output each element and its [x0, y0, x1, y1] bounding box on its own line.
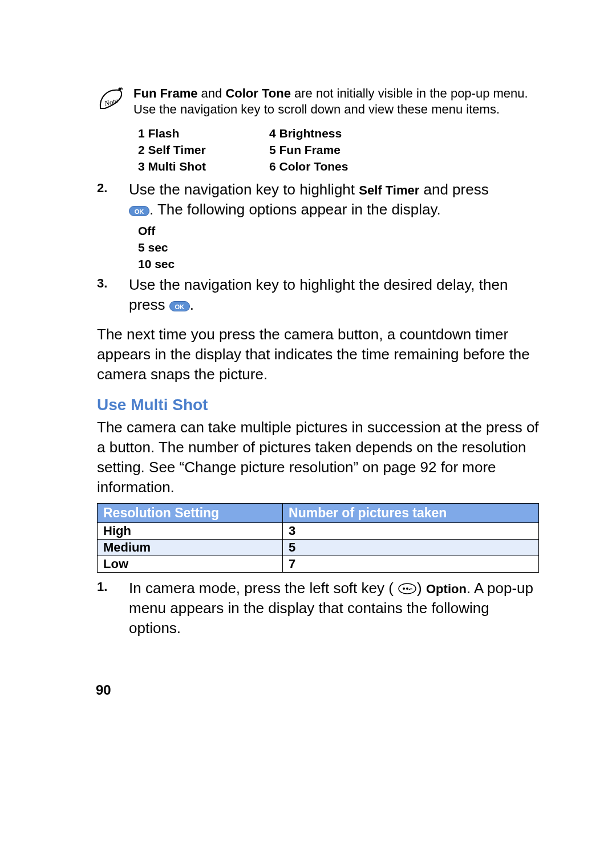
step-2: 2. Use the navigation key to highlight S…: [97, 180, 539, 220]
table-row: Low 7: [98, 556, 539, 573]
note-text: Fun Frame and Color Tone are not initial…: [133, 86, 539, 117]
text: ): [417, 580, 426, 597]
section-heading: Use Multi Shot: [97, 396, 539, 414]
step-body: In camera mode, press the left soft key …: [129, 578, 539, 638]
text: Use the navigation key to highlight: [129, 181, 359, 198]
note-icon: Note: [97, 86, 124, 113]
step-number: 2.: [97, 180, 129, 220]
timer-options: Off 5 sec 10 sec: [138, 223, 539, 273]
menu-item: 2 Self Timer: [138, 142, 269, 159]
table-cell: 3: [283, 523, 539, 540]
table-header: Resolution Setting: [98, 504, 283, 523]
menu-options: 1 Flash 4 Brightness 2 Self Timer 5 Fun …: [138, 125, 539, 175]
text: .: [190, 296, 194, 313]
timer-option: 5 sec: [138, 240, 539, 256]
multishot-paragraph: The camera can take multiple pictures in…: [97, 418, 539, 497]
softkey-icon: [398, 580, 417, 593]
step-1b: 1. In camera mode, press the left soft k…: [97, 578, 539, 638]
table-row: High 3: [98, 523, 539, 540]
svg-point-4: [406, 587, 408, 590]
step-3: 3. Use the navigation key to highlight t…: [97, 275, 539, 315]
ok-icon: OK: [129, 206, 149, 216]
svg-text:Note: Note: [103, 96, 119, 108]
countdown-paragraph: The next time you press the camera butto…: [97, 325, 539, 384]
step-number: 1.: [97, 578, 129, 638]
option-label: Option: [426, 582, 467, 596]
page-number: 90: [96, 682, 111, 698]
text: In camera mode, press the left soft key …: [129, 580, 394, 597]
table-header: Number of pictures taken: [283, 504, 539, 523]
step-body: Use the navigation key to highlight the …: [129, 275, 539, 315]
timer-option: 10 sec: [138, 256, 539, 273]
note-mid-1: and: [197, 86, 225, 100]
table-cell: Medium: [98, 540, 283, 556]
timer-option: Off: [138, 223, 539, 240]
table-cell: High: [98, 523, 283, 540]
step-number: 3.: [97, 275, 129, 315]
menu-item: 1 Flash: [138, 125, 269, 142]
table-cell: 7: [283, 556, 539, 573]
step-body: Use the navigation key to highlight Self…: [129, 180, 539, 220]
text: . The following options appear in the di…: [149, 201, 441, 218]
svg-point-3: [403, 587, 405, 590]
menu-item: 4 Brightness: [269, 125, 400, 142]
note-bold-2: Color Tone: [225, 86, 290, 100]
table-row: Medium 5: [98, 540, 539, 556]
note-bold-1: Fun Frame: [133, 86, 197, 100]
menu-item: 6 Color Tones: [269, 159, 400, 175]
menu-item: 3 Multi Shot: [138, 159, 269, 175]
note-block: Note Fun Frame and Color Tone are not in…: [97, 86, 539, 117]
menu-item: 5 Fun Frame: [269, 142, 400, 159]
table-cell: Low: [98, 556, 283, 573]
self-timer-label: Self Timer: [359, 183, 419, 197]
ok-icon: OK: [169, 301, 190, 311]
table-cell: 5: [283, 540, 539, 556]
text: and press: [419, 181, 488, 198]
resolution-table: Resolution Setting Number of pictures ta…: [97, 503, 539, 573]
